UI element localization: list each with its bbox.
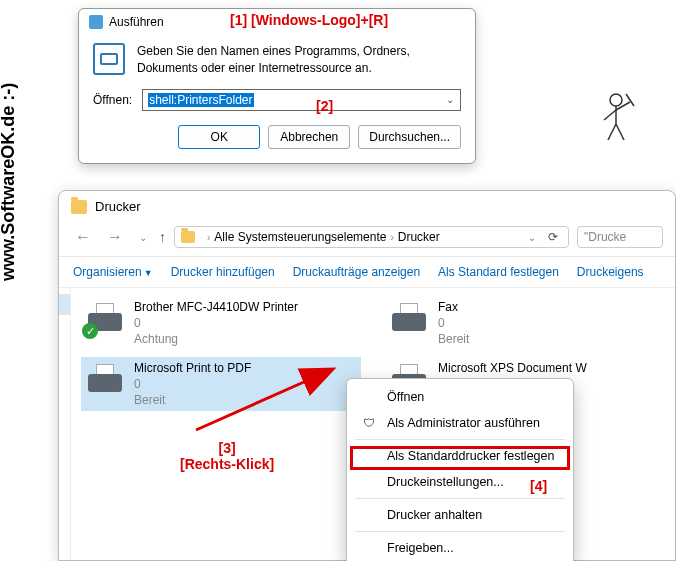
ctx-open[interactable]: Öffnen xyxy=(347,384,573,410)
run-dialog: Ausführen Geben Sie den Namen eines Prog… xyxy=(78,8,476,164)
annotation-3: [3] [Rechts-Klick] xyxy=(180,440,274,472)
printer-item[interactable]: ✓Brother MFC-J4410DW Printer0Achtung xyxy=(81,296,361,351)
folder-icon xyxy=(71,200,87,214)
decorative-figure-icon xyxy=(594,90,638,142)
printer-count: 0 xyxy=(134,376,251,392)
blank-icon xyxy=(361,474,377,490)
nav-bar: ← → ⌄ ↑ › Alle Systemsteuerungselemente … xyxy=(59,222,675,257)
printer-icon xyxy=(388,299,430,337)
svg-point-0 xyxy=(610,94,622,106)
browse-button[interactable]: Durchsuchen... xyxy=(358,125,461,149)
annotation-2: [2] xyxy=(316,98,333,114)
sidebar-item[interactable]: Downloads📌 xyxy=(59,335,71,355)
blank-icon xyxy=(361,540,377,556)
toolbar: Organisieren▼ Drucker hinzufügen Druckau… xyxy=(59,257,675,288)
sidebar-item[interactable]: ★Schnellzugriff xyxy=(59,294,71,315)
run-input-value: shell:PrintersFolder xyxy=(148,93,253,107)
folder-icon xyxy=(181,231,195,243)
printer-name: Microsoft Print to PDF xyxy=(134,360,251,376)
cancel-button[interactable]: Abbrechen xyxy=(268,125,350,149)
printer-name: Fax xyxy=(438,299,469,315)
forward-button[interactable]: → xyxy=(103,226,127,248)
blank-icon xyxy=(361,448,377,464)
recent-caret-icon[interactable]: ⌄ xyxy=(135,230,151,245)
toolbar-add-printer[interactable]: Drucker hinzufügen xyxy=(171,265,275,279)
breadcrumb-item[interactable]: Drucker xyxy=(398,230,440,244)
toolbar-organize[interactable]: Organisieren▼ xyxy=(73,265,153,279)
ctx-pause[interactable]: Drucker anhalten xyxy=(347,502,573,528)
ctx-share[interactable]: Freigeben... xyxy=(347,535,573,561)
sidebar-item[interactable]: Desktop📌 xyxy=(59,455,71,475)
printer-status: Bereit xyxy=(438,331,469,347)
ctx-set-default[interactable]: Als Standarddrucker festlegen xyxy=(347,443,573,469)
toolbar-set-default[interactable]: Als Standard festlegen xyxy=(438,265,559,279)
breadcrumb-item[interactable]: Alle Systemsteuerungselemente xyxy=(214,230,386,244)
back-button[interactable]: ← xyxy=(71,226,95,248)
sidebar-item[interactable]: Bin📌 xyxy=(59,415,71,435)
printer-item[interactable]: Microsoft Print to PDF0Bereit xyxy=(81,357,361,412)
run-title-text: Ausführen xyxy=(109,15,164,29)
run-icon xyxy=(89,15,103,29)
sidebar-item[interactable]: Bilder📌 xyxy=(59,375,71,395)
sidebar: ★SchnellzugriffDesktop📌Downloads📌Dokumen… xyxy=(59,288,71,561)
printer-icon: ✓ xyxy=(84,299,126,337)
context-menu: Öffnen 🛡Als Administrator ausführen Als … xyxy=(346,378,574,561)
blank-icon xyxy=(361,389,377,405)
svg-line-4 xyxy=(608,124,616,140)
run-input[interactable]: shell:PrintersFolder ⌄ xyxy=(142,89,461,111)
printer-name: Brother MFC-J4410DW Printer xyxy=(134,299,298,315)
search-input[interactable]: "Drucke xyxy=(577,226,663,248)
annotation-1: [1] [Windows-Logo]+[R] xyxy=(230,12,388,28)
printer-item[interactable]: Fax0Bereit xyxy=(385,296,665,351)
ok-button[interactable]: OK xyxy=(178,125,260,149)
up-button[interactable]: ↑ xyxy=(159,229,166,245)
chevron-right-icon: › xyxy=(390,232,393,243)
sidebar-item[interactable] xyxy=(59,475,71,483)
sidebar-item[interactable]: Bin📌 xyxy=(59,435,71,455)
window-titlebar: Drucker xyxy=(59,191,675,222)
toolbar-view-jobs[interactable]: Druckaufträge anzeigen xyxy=(293,265,420,279)
sidebar-item[interactable]: Dokumente📌 xyxy=(59,355,71,375)
blank-icon xyxy=(361,507,377,523)
run-big-icon xyxy=(93,43,125,75)
separator xyxy=(355,439,565,440)
refresh-icon[interactable]: ⟳ xyxy=(544,230,562,244)
watermark-text: www.SoftwareOK.de :-) xyxy=(0,82,19,280)
svg-line-5 xyxy=(616,124,624,140)
sidebar-item[interactable]: 1📌 xyxy=(59,395,71,415)
dropdown-caret-icon[interactable]: ⌄ xyxy=(446,94,454,105)
printer-status: Achtung xyxy=(134,331,298,347)
toolbar-properties[interactable]: Druckeigens xyxy=(577,265,644,279)
printer-count: 0 xyxy=(134,315,298,331)
shield-icon: 🛡 xyxy=(361,415,377,431)
window-title: Drucker xyxy=(95,199,141,214)
run-description: Geben Sie den Namen eines Programms, Ord… xyxy=(137,43,461,77)
separator xyxy=(355,531,565,532)
sidebar-item[interactable]: Desktop📌 xyxy=(59,315,71,335)
separator xyxy=(355,498,565,499)
printer-count: 0 xyxy=(438,315,469,331)
printer-status: Bereit xyxy=(134,392,251,408)
sidebar-item[interactable]: OneDrive xyxy=(59,483,71,503)
ctx-run-as-admin[interactable]: 🛡Als Administrator ausführen xyxy=(347,410,573,436)
printer-icon xyxy=(84,360,126,398)
address-bar[interactable]: › Alle Systemsteuerungselemente › Drucke… xyxy=(174,226,569,248)
chevron-down-icon[interactable]: ⌄ xyxy=(524,232,540,243)
annotation-4: [4] xyxy=(530,478,547,494)
check-badge-icon: ✓ xyxy=(82,323,98,339)
svg-line-2 xyxy=(604,110,616,120)
printer-name: Microsoft XPS Document W xyxy=(438,360,587,376)
chevron-right-icon: › xyxy=(207,232,210,243)
run-open-label: Öffnen: xyxy=(93,93,132,107)
